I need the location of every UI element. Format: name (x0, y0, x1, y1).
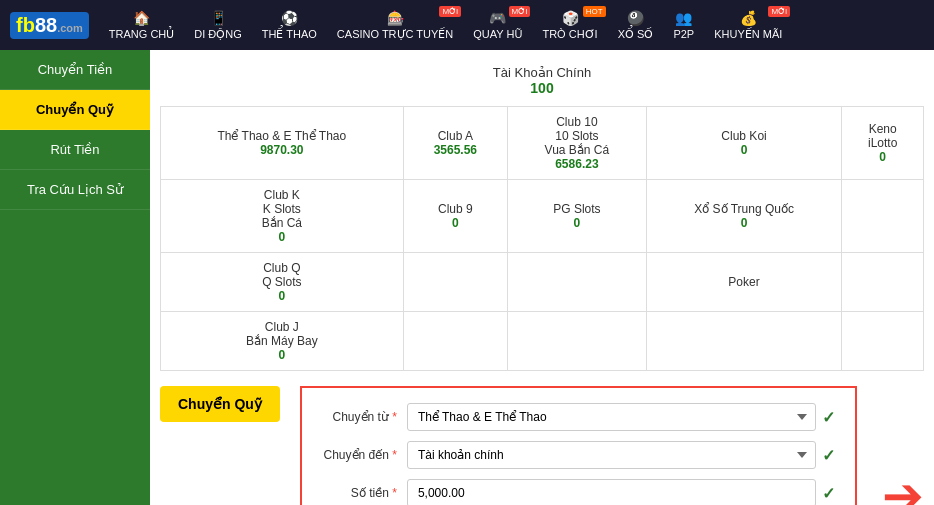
nav-the-thao[interactable]: ⚽ THỂ THAO (254, 6, 325, 45)
table-cell (403, 253, 507, 312)
table-cell: Club JBắn Máy Bay 0 (161, 312, 404, 371)
mobile-icon: 📱 (210, 10, 227, 26)
transfer-form: Chuyển từ * Thể Thao & E Thể Thao Club A… (300, 386, 857, 505)
nav-link-the-thao[interactable]: ⚽ THỂ THAO (254, 6, 325, 45)
table-cell: Club A 3565.56 (403, 107, 507, 180)
sidebar-item-tra-cuu[interactable]: Tra Cứu Lịch Sử (0, 170, 150, 210)
table-cell: Club 9 0 (403, 180, 507, 253)
nav-khuyen-mai[interactable]: MỚI 💰 KHUYẾN MÃI (706, 6, 790, 45)
table-cell (508, 253, 647, 312)
promo-icon: 💰 (740, 10, 757, 26)
table-cell (508, 312, 647, 371)
nav-link-trang-chu[interactable]: 🏠 TRANG CHỦ (101, 6, 182, 45)
amount-input[interactable] (407, 479, 816, 505)
nav-trang-chu[interactable]: 🏠 TRANG CHỦ (101, 6, 182, 45)
amount-required: * (392, 486, 397, 500)
chuyen-quy-button[interactable]: Chuyển Quỹ (160, 386, 280, 422)
sidebar-item-chuyen-quy[interactable]: Chuyển Quỹ (0, 90, 150, 130)
nav-xo-so[interactable]: 🎱 XỔ SỐ (610, 6, 662, 45)
lottery-icon: 🎱 (627, 10, 644, 26)
from-required: * (392, 410, 397, 424)
table-cell: Club QQ Slots 0 (161, 253, 404, 312)
from-label: Chuyển từ * (322, 410, 397, 424)
table-cell (842, 180, 924, 253)
nav-casino[interactable]: MỚI 🎰 CASINO TRỰC TUYẾN (329, 6, 461, 45)
table-cell (842, 312, 924, 371)
table-cell: Club KK SlotsBắn Cá 0 (161, 180, 404, 253)
games-icon: 🎲 (562, 10, 579, 26)
right-arrow-icon: ➔ (882, 471, 924, 505)
from-select[interactable]: Thể Thao & E Thể Thao Club A Club Koi (407, 403, 816, 431)
sidebar: Chuyển Tiền Chuyển Quỹ Rút Tiền Tra Cứu … (0, 50, 150, 505)
logo[interactable]: fb88.com (10, 12, 89, 39)
amount-label: Số tiền * (322, 486, 397, 500)
to-required: * (392, 448, 397, 462)
game-icon: 🎮 (489, 10, 506, 26)
content-area: Tài Khoản Chính 100 Thể Thao & E Thể Tha… (150, 50, 934, 505)
table-cell: PG Slots 0 (508, 180, 647, 253)
left-panel: Chuyển Quỹ (160, 386, 280, 422)
main-layout: Chuyển Tiền Chuyển Quỹ Rút Tiền Tra Cứu … (0, 50, 934, 505)
casino-new-badge: MỚI (439, 6, 461, 17)
to-select[interactable]: Tài khoản chính Club A Club Koi (407, 441, 816, 469)
table-cell: Poker (646, 253, 842, 312)
nav-di-dong[interactable]: 📱 DI ĐỘNG (186, 6, 250, 45)
amount-wrap: ✓ (407, 479, 835, 505)
nav-p2p[interactable]: 👥 P2P (665, 6, 702, 44)
table-cell: Club Koi 0 (646, 107, 842, 180)
nav-tro-choi[interactable]: HOT 🎲 TRÒ CHƠI (534, 6, 605, 45)
to-check-icon: ✓ (822, 446, 835, 465)
table-cell: Xổ Số Trung Quốc 0 (646, 180, 842, 253)
trochoi-hot-badge: HOT (583, 6, 606, 17)
table-cell: Club 1010 SlotsVua Bắn Cá 6586.23 (508, 107, 647, 180)
sports-icon: ⚽ (281, 10, 298, 26)
table-cell (403, 312, 507, 371)
balance-table: Thể Thao & E Thể Thao 9870.30 Club A 356… (160, 106, 924, 371)
header: fb88.com 🏠 TRANG CHỦ 📱 DI ĐỘNG ⚽ THỂ THA… (0, 0, 934, 50)
nav-link-p2p[interactable]: 👥 P2P (665, 6, 702, 44)
amount-row: Số tiền * ✓ (322, 479, 835, 505)
table-row: Club QQ Slots 0 Poker (161, 253, 924, 312)
casino-icon: 🎰 (387, 10, 404, 26)
table-row: Club JBắn Máy Bay 0 (161, 312, 924, 371)
p2p-icon: 👥 (675, 10, 692, 26)
from-select-wrap: Thể Thao & E Thể Thao Club A Club Koi ✓ (407, 403, 835, 431)
account-header: Tài Khoản Chính 100 (160, 60, 924, 101)
from-check-icon: ✓ (822, 408, 835, 427)
nav-link-di-dong[interactable]: 📱 DI ĐỘNG (186, 6, 250, 45)
khuyenmai-new-badge: MỚI (768, 6, 790, 17)
from-row: Chuyển từ * Thể Thao & E Thể Thao Club A… (322, 403, 835, 431)
nav-quay-hu[interactable]: MỚI 🎮 QUAY HŨ (465, 6, 530, 44)
sidebar-item-rut-tien[interactable]: Rút Tiền (0, 130, 150, 170)
table-cell (842, 253, 924, 312)
home-icon: 🏠 (133, 10, 150, 26)
transfer-section: Chuyển Quỹ Chuyển từ * Thể Thao & E Thể … (160, 386, 924, 505)
nav-link-xo-so[interactable]: 🎱 XỔ SỐ (610, 6, 662, 45)
to-row: Chuyển đến * Tài khoản chính Club A Club… (322, 441, 835, 469)
to-label: Chuyển đến * (322, 448, 397, 462)
table-cell: Thể Thao & E Thể Thao 9870.30 (161, 107, 404, 180)
table-cell: KenoiLotto 0 (842, 107, 924, 180)
table-row: Club KK SlotsBắn Cá 0 Club 9 0 PG Slots … (161, 180, 924, 253)
to-select-wrap: Tài khoản chính Club A Club Koi ✓ (407, 441, 835, 469)
table-cell (646, 312, 842, 371)
table-row: Thể Thao & E Thể Thao 9870.30 Club A 356… (161, 107, 924, 180)
sidebar-item-chuyen-tien[interactable]: Chuyển Tiền (0, 50, 150, 90)
quayhu-new-badge: MỚI (509, 6, 531, 17)
amount-check-icon: ✓ (822, 484, 835, 503)
